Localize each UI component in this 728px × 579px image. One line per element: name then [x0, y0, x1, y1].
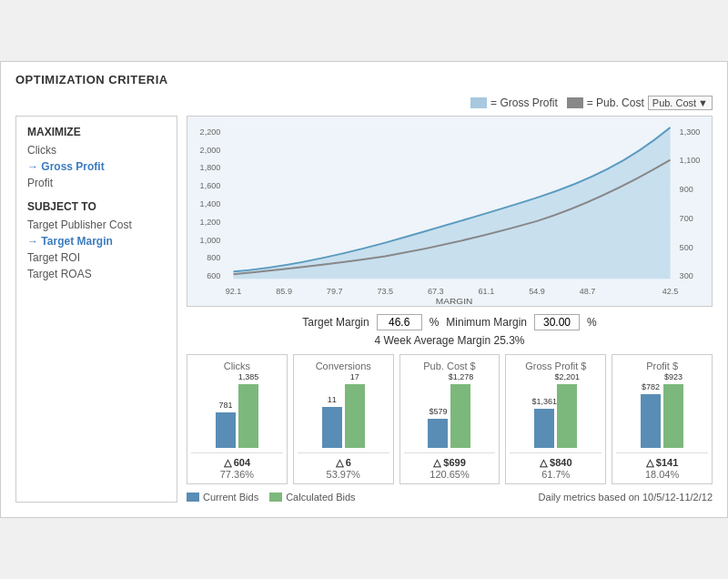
- footer-note: Daily metrics based on 10/5/12-11/2/12: [539, 492, 713, 503]
- svg-text:48.7: 48.7: [580, 287, 596, 296]
- metric-delta: △ 604: [191, 452, 283, 469]
- left-panel: MAXIMIZE Clicks Gross Profit Profit SUBJ…: [15, 116, 177, 503]
- subject-item-target-roas[interactable]: Target ROAS: [27, 266, 166, 282]
- bars-area: $579 $1,278: [404, 375, 496, 448]
- svg-text:1,600: 1,600: [200, 181, 221, 190]
- pub-cost-legend-label: = Pub. Cost: [587, 96, 644, 109]
- bar-current: 11: [322, 407, 342, 448]
- bar-calc-label: 1,385: [238, 372, 259, 381]
- chart-wrapper: 2,200 2,000 1,800 1,600 1,400 1,200 1,00…: [187, 116, 713, 307]
- bar-current-label: $579: [429, 407, 447, 416]
- bar-calc-label: $2,201: [555, 372, 581, 381]
- main-layout: MAXIMIZE Clicks Gross Profit Profit SUBJ…: [15, 116, 713, 503]
- gross-profit-legend-label: = Gross Profit: [490, 96, 558, 109]
- dropdown-arrow-icon: ▼: [698, 97, 708, 108]
- bar-current: $579: [428, 419, 448, 448]
- current-bids-legend: Current Bids: [187, 492, 258, 503]
- bar-group: $1,361 $2,201: [534, 384, 577, 448]
- bar-group: 781 1,385: [216, 384, 258, 448]
- bars-area: 11 17: [298, 375, 389, 448]
- bar-group: $782 $923: [641, 384, 683, 448]
- footer-legend: Current Bids Calculated Bids Daily metri…: [187, 492, 713, 503]
- footer-legend-left: Current Bids Calculated Bids: [187, 492, 356, 503]
- subject-item-publisher-cost[interactable]: Target Publisher Cost: [27, 217, 166, 233]
- min-margin-input[interactable]: 30.00: [534, 314, 580, 330]
- bar-calc-label: 17: [350, 372, 359, 381]
- svg-text:42.5: 42.5: [662, 287, 679, 296]
- subject-list: Target Publisher Cost Target Margin Targ…: [27, 217, 166, 282]
- svg-text:300: 300: [680, 271, 693, 280]
- metric-delta: △ 6: [298, 452, 389, 469]
- svg-text:1,000: 1,000: [200, 236, 221, 245]
- bar-group: $579 $1,278: [428, 384, 470, 448]
- page-title: OPTIMIZATION CRITERIA: [15, 73, 713, 86]
- chart-svg: 2,200 2,000 1,800 1,600 1,400 1,200 1,00…: [187, 117, 712, 306]
- bar-calc: $1,278: [450, 384, 470, 448]
- min-margin-unit: %: [587, 316, 597, 329]
- main-container: OPTIMIZATION CRITERIA = Gross Profit = P…: [0, 61, 728, 518]
- bar-current-label: 11: [328, 395, 337, 404]
- bar-calc: $2,201: [557, 384, 577, 448]
- svg-text:54.9: 54.9: [529, 287, 545, 296]
- bar-calc-label: $1,278: [449, 372, 474, 381]
- metrics-row: Clicks 781 1,385 △ 604 77.36% Conversion…: [187, 354, 713, 484]
- svg-text:1,200: 1,200: [200, 218, 221, 227]
- maximize-item-profit[interactable]: Profit: [27, 175, 166, 191]
- metric-delta: △ $840: [510, 452, 602, 469]
- metric-card-conversions: Conversions 11 17 △ 6 53.97%: [293, 354, 394, 484]
- maximize-item-gross-profit[interactable]: Gross Profit: [27, 158, 166, 175]
- pub-cost-dropdown[interactable]: Pub. Cost ▼: [648, 96, 713, 110]
- svg-text:67.3: 67.3: [428, 287, 444, 296]
- target-margin-input[interactable]: 46.6: [377, 314, 422, 330]
- bar-calc: 17: [345, 384, 365, 448]
- bars-area: 781 1,385: [191, 375, 283, 448]
- bar-calc: $923: [663, 384, 683, 448]
- svg-text:2,200: 2,200: [200, 127, 221, 137]
- metric-delta-pct: 53.97%: [327, 469, 360, 480]
- gross-profit-legend: = Gross Profit: [470, 96, 558, 109]
- metric-title: Pub. Cost $: [423, 361, 475, 371]
- bar-group: 11 17: [322, 384, 365, 448]
- metric-card-gross-profit--: Gross Profit $ $1,361 $2,201 △ $840 61.7…: [505, 354, 606, 484]
- svg-text:61.1: 61.1: [479, 287, 495, 296]
- subject-item-target-margin[interactable]: Target Margin: [27, 233, 166, 249]
- calc-bids-box: [269, 493, 282, 502]
- right-area: 2,200 2,000 1,800 1,600 1,400 1,200 1,00…: [187, 116, 713, 503]
- subject-item-target-roi[interactable]: Target ROI: [27, 249, 166, 266]
- bar-current: $1,361: [534, 409, 554, 448]
- min-margin-label: Minimum Margin: [446, 316, 527, 329]
- bars-area: $1,361 $2,201: [510, 375, 602, 448]
- bar-current-label: 781: [218, 401, 232, 410]
- bar-current-label: $782: [642, 382, 660, 391]
- svg-text:900: 900: [680, 185, 693, 194]
- bar-current: 781: [216, 412, 236, 448]
- svg-text:800: 800: [207, 254, 220, 263]
- svg-text:1,100: 1,100: [680, 157, 701, 166]
- svg-text:73.5: 73.5: [377, 287, 393, 296]
- metric-title: Conversions: [316, 361, 371, 371]
- calc-bids-legend: Calculated Bids: [269, 492, 355, 503]
- current-bids-label: Current Bids: [203, 492, 258, 503]
- gross-profit-legend-box: [470, 97, 487, 108]
- top-legend: = Gross Profit = Pub. Cost Pub. Cost ▼: [15, 96, 713, 110]
- svg-text:79.7: 79.7: [327, 287, 343, 296]
- pub-cost-legend-box: [567, 97, 583, 108]
- bar-calc: 1,385: [238, 384, 258, 448]
- maximize-item-clicks[interactable]: Clicks: [27, 142, 166, 158]
- svg-text:1,400: 1,400: [200, 199, 221, 208]
- target-margin-row: Target Margin 46.6 % Minimum Margin 30.0…: [187, 314, 713, 330]
- metric-delta: △ $699: [404, 452, 496, 469]
- metric-card-profit--: Profit $ $782 $923 △ $141 18.04%: [612, 354, 713, 484]
- avg-margin-text: 4 Week Average Margin 25.3%: [187, 334, 713, 347]
- maximize-list: Clicks Gross Profit Profit: [27, 142, 166, 191]
- svg-text:92.1: 92.1: [226, 287, 242, 296]
- svg-text:1,300: 1,300: [680, 127, 701, 137]
- pub-cost-legend: = Pub. Cost Pub. Cost ▼: [567, 96, 713, 110]
- svg-text:500: 500: [680, 243, 693, 252]
- target-margin-unit: %: [430, 316, 440, 329]
- bar-calc-label: $923: [664, 372, 682, 381]
- svg-text:2,000: 2,000: [200, 146, 221, 155]
- svg-text:85.9: 85.9: [276, 287, 292, 296]
- metric-title: Gross Profit $: [525, 361, 586, 371]
- metric-title: Profit $: [646, 361, 678, 371]
